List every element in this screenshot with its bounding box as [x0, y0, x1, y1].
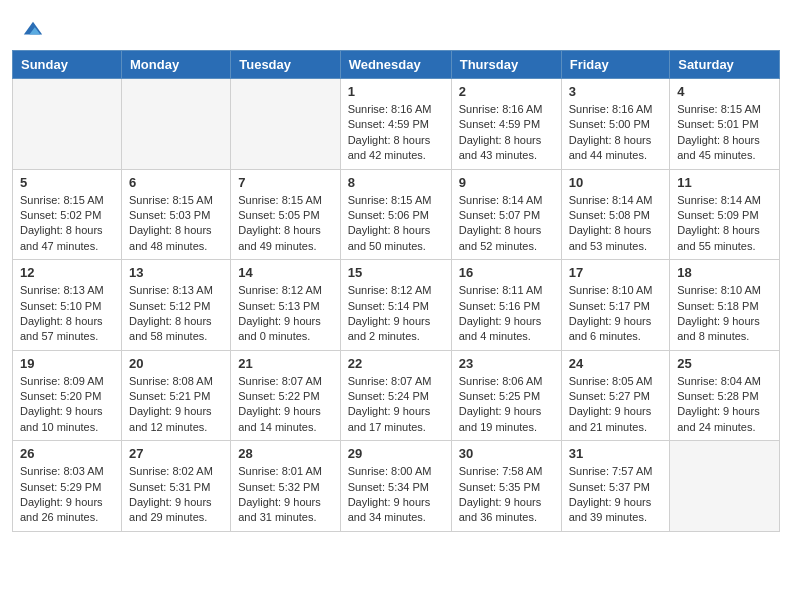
- day-info: Sunrise: 8:10 AMSunset: 5:17 PMDaylight:…: [569, 283, 663, 345]
- calendar-day-header: Saturday: [670, 51, 780, 79]
- day-info: Sunrise: 8:15 AMSunset: 5:05 PMDaylight:…: [238, 193, 332, 255]
- calendar-day-cell: 19Sunrise: 8:09 AMSunset: 5:20 PMDayligh…: [13, 350, 122, 441]
- calendar-day-cell: 4Sunrise: 8:15 AMSunset: 5:01 PMDaylight…: [670, 79, 780, 170]
- day-number: 30: [459, 446, 554, 461]
- calendar-day-cell: 15Sunrise: 8:12 AMSunset: 5:14 PMDayligh…: [340, 260, 451, 351]
- calendar-table: SundayMondayTuesdayWednesdayThursdayFrid…: [12, 50, 780, 532]
- day-info: Sunrise: 8:16 AMSunset: 4:59 PMDaylight:…: [459, 102, 554, 164]
- day-number: 16: [459, 265, 554, 280]
- day-info: Sunrise: 8:12 AMSunset: 5:14 PMDaylight:…: [348, 283, 444, 345]
- day-info: Sunrise: 8:07 AMSunset: 5:22 PMDaylight:…: [238, 374, 332, 436]
- calendar-header-row: SundayMondayTuesdayWednesdayThursdayFrid…: [13, 51, 780, 79]
- day-info: Sunrise: 8:16 AMSunset: 5:00 PMDaylight:…: [569, 102, 663, 164]
- day-number: 12: [20, 265, 114, 280]
- day-number: 4: [677, 84, 772, 99]
- calendar-day-header: Wednesday: [340, 51, 451, 79]
- day-number: 21: [238, 356, 332, 371]
- calendar-day-header: Friday: [561, 51, 670, 79]
- calendar-day-cell: 17Sunrise: 8:10 AMSunset: 5:17 PMDayligh…: [561, 260, 670, 351]
- day-number: 9: [459, 175, 554, 190]
- day-info: Sunrise: 8:15 AMSunset: 5:01 PMDaylight:…: [677, 102, 772, 164]
- calendar-day-cell: 14Sunrise: 8:12 AMSunset: 5:13 PMDayligh…: [231, 260, 340, 351]
- day-number: 17: [569, 265, 663, 280]
- day-info: Sunrise: 8:06 AMSunset: 5:25 PMDaylight:…: [459, 374, 554, 436]
- calendar-day-cell: 20Sunrise: 8:08 AMSunset: 5:21 PMDayligh…: [122, 350, 231, 441]
- day-number: 18: [677, 265, 772, 280]
- calendar-day-cell: 13Sunrise: 8:13 AMSunset: 5:12 PMDayligh…: [122, 260, 231, 351]
- calendar-day-cell: [670, 441, 780, 532]
- calendar-day-cell: 24Sunrise: 8:05 AMSunset: 5:27 PMDayligh…: [561, 350, 670, 441]
- day-number: 28: [238, 446, 332, 461]
- day-info: Sunrise: 8:08 AMSunset: 5:21 PMDaylight:…: [129, 374, 223, 436]
- calendar-day-cell: 31Sunrise: 7:57 AMSunset: 5:37 PMDayligh…: [561, 441, 670, 532]
- day-info: Sunrise: 8:16 AMSunset: 4:59 PMDaylight:…: [348, 102, 444, 164]
- calendar-day-cell: 9Sunrise: 8:14 AMSunset: 5:07 PMDaylight…: [451, 169, 561, 260]
- day-info: Sunrise: 7:58 AMSunset: 5:35 PMDaylight:…: [459, 464, 554, 526]
- calendar-day-cell: 3Sunrise: 8:16 AMSunset: 5:00 PMDaylight…: [561, 79, 670, 170]
- day-number: 20: [129, 356, 223, 371]
- calendar-day-cell: 28Sunrise: 8:01 AMSunset: 5:32 PMDayligh…: [231, 441, 340, 532]
- calendar-week-row: 12Sunrise: 8:13 AMSunset: 5:10 PMDayligh…: [13, 260, 780, 351]
- day-number: 31: [569, 446, 663, 461]
- day-info: Sunrise: 8:14 AMSunset: 5:07 PMDaylight:…: [459, 193, 554, 255]
- day-info: Sunrise: 8:10 AMSunset: 5:18 PMDaylight:…: [677, 283, 772, 345]
- day-number: 13: [129, 265, 223, 280]
- day-number: 24: [569, 356, 663, 371]
- calendar-day-cell: 10Sunrise: 8:14 AMSunset: 5:08 PMDayligh…: [561, 169, 670, 260]
- calendar-day-cell: 2Sunrise: 8:16 AMSunset: 4:59 PMDaylight…: [451, 79, 561, 170]
- calendar-day-cell: 30Sunrise: 7:58 AMSunset: 5:35 PMDayligh…: [451, 441, 561, 532]
- calendar-day-cell: 11Sunrise: 8:14 AMSunset: 5:09 PMDayligh…: [670, 169, 780, 260]
- day-number: 10: [569, 175, 663, 190]
- day-number: 8: [348, 175, 444, 190]
- calendar-day-header: Monday: [122, 51, 231, 79]
- calendar-day-cell: 12Sunrise: 8:13 AMSunset: 5:10 PMDayligh…: [13, 260, 122, 351]
- day-number: 7: [238, 175, 332, 190]
- calendar-day-cell: 8Sunrise: 8:15 AMSunset: 5:06 PMDaylight…: [340, 169, 451, 260]
- calendar-day-cell: [122, 79, 231, 170]
- day-number: 6: [129, 175, 223, 190]
- day-number: 5: [20, 175, 114, 190]
- day-info: Sunrise: 8:11 AMSunset: 5:16 PMDaylight:…: [459, 283, 554, 345]
- calendar-day-cell: 29Sunrise: 8:00 AMSunset: 5:34 PMDayligh…: [340, 441, 451, 532]
- calendar-day-cell: 6Sunrise: 8:15 AMSunset: 5:03 PMDaylight…: [122, 169, 231, 260]
- day-info: Sunrise: 8:15 AMSunset: 5:03 PMDaylight:…: [129, 193, 223, 255]
- calendar-day-cell: 7Sunrise: 8:15 AMSunset: 5:05 PMDaylight…: [231, 169, 340, 260]
- day-info: Sunrise: 8:14 AMSunset: 5:08 PMDaylight:…: [569, 193, 663, 255]
- logo: [20, 18, 44, 40]
- day-info: Sunrise: 8:02 AMSunset: 5:31 PMDaylight:…: [129, 464, 223, 526]
- calendar-day-cell: 27Sunrise: 8:02 AMSunset: 5:31 PMDayligh…: [122, 441, 231, 532]
- calendar-day-cell: 22Sunrise: 8:07 AMSunset: 5:24 PMDayligh…: [340, 350, 451, 441]
- day-info: Sunrise: 7:57 AMSunset: 5:37 PMDaylight:…: [569, 464, 663, 526]
- day-info: Sunrise: 8:04 AMSunset: 5:28 PMDaylight:…: [677, 374, 772, 436]
- calendar-day-header: Thursday: [451, 51, 561, 79]
- day-number: 1: [348, 84, 444, 99]
- day-info: Sunrise: 8:13 AMSunset: 5:10 PMDaylight:…: [20, 283, 114, 345]
- calendar-week-row: 26Sunrise: 8:03 AMSunset: 5:29 PMDayligh…: [13, 441, 780, 532]
- calendar-day-cell: 21Sunrise: 8:07 AMSunset: 5:22 PMDayligh…: [231, 350, 340, 441]
- day-info: Sunrise: 8:05 AMSunset: 5:27 PMDaylight:…: [569, 374, 663, 436]
- day-number: 22: [348, 356, 444, 371]
- calendar-wrapper: SundayMondayTuesdayWednesdayThursdayFrid…: [0, 50, 792, 544]
- day-number: 15: [348, 265, 444, 280]
- day-number: 23: [459, 356, 554, 371]
- day-info: Sunrise: 8:15 AMSunset: 5:02 PMDaylight:…: [20, 193, 114, 255]
- calendar-day-header: Tuesday: [231, 51, 340, 79]
- calendar-day-cell: 1Sunrise: 8:16 AMSunset: 4:59 PMDaylight…: [340, 79, 451, 170]
- page: SundayMondayTuesdayWednesdayThursdayFrid…: [0, 0, 792, 612]
- day-number: 29: [348, 446, 444, 461]
- calendar-day-cell: 18Sunrise: 8:10 AMSunset: 5:18 PMDayligh…: [670, 260, 780, 351]
- day-number: 11: [677, 175, 772, 190]
- day-number: 2: [459, 84, 554, 99]
- day-number: 26: [20, 446, 114, 461]
- calendar-day-cell: 23Sunrise: 8:06 AMSunset: 5:25 PMDayligh…: [451, 350, 561, 441]
- calendar-week-row: 19Sunrise: 8:09 AMSunset: 5:20 PMDayligh…: [13, 350, 780, 441]
- day-info: Sunrise: 8:07 AMSunset: 5:24 PMDaylight:…: [348, 374, 444, 436]
- calendar-week-row: 1Sunrise: 8:16 AMSunset: 4:59 PMDaylight…: [13, 79, 780, 170]
- day-info: Sunrise: 8:09 AMSunset: 5:20 PMDaylight:…: [20, 374, 114, 436]
- header: [0, 0, 792, 50]
- day-info: Sunrise: 8:13 AMSunset: 5:12 PMDaylight:…: [129, 283, 223, 345]
- day-number: 25: [677, 356, 772, 371]
- calendar-day-cell: [13, 79, 122, 170]
- day-info: Sunrise: 8:03 AMSunset: 5:29 PMDaylight:…: [20, 464, 114, 526]
- calendar-week-row: 5Sunrise: 8:15 AMSunset: 5:02 PMDaylight…: [13, 169, 780, 260]
